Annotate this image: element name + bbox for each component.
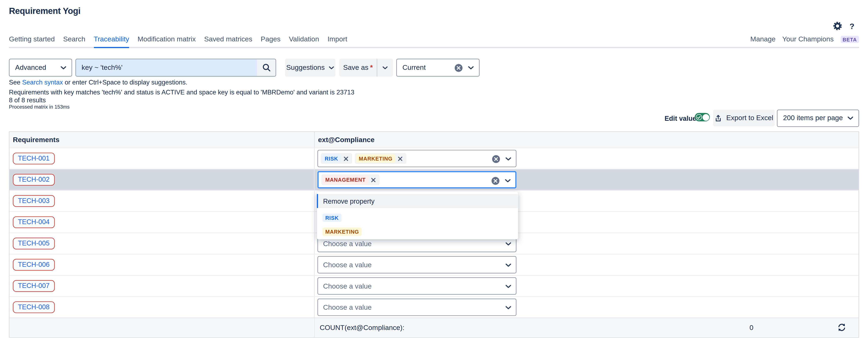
items-per-page-select[interactable]: 200 items per page bbox=[777, 109, 859, 127]
items-per-page-value: 200 items per page bbox=[777, 114, 847, 122]
remove-tag-icon[interactable] bbox=[344, 156, 348, 161]
count-value: 0 bbox=[750, 324, 753, 331]
save-as-menu-button[interactable] bbox=[377, 59, 393, 77]
chevron-down-icon bbox=[329, 66, 334, 69]
refresh-icon[interactable] bbox=[837, 323, 846, 331]
toggle-knob bbox=[702, 114, 709, 120]
table-row: TECH-007Choose a value bbox=[9, 275, 859, 296]
chevron-down-icon bbox=[60, 66, 67, 69]
saved-search-select[interactable]: Current bbox=[396, 59, 479, 77]
syntax-hint-suffix: or enter Ctrl+Space to display suggestio… bbox=[63, 79, 187, 86]
count-label: COUNT(ext@Compliance): bbox=[320, 324, 404, 331]
requirement-key-badge[interactable]: TECH-002 bbox=[13, 174, 55, 185]
chevron-down-icon[interactable] bbox=[505, 306, 512, 310]
chevron-down-icon[interactable] bbox=[505, 263, 512, 267]
save-as-button[interactable]: Save as * bbox=[339, 59, 377, 77]
menu-item-option[interactable]: RISK bbox=[317, 208, 518, 222]
query-description: Requirements with key matches 'tech%' an… bbox=[9, 89, 354, 95]
select-placeholder: Choose a value bbox=[321, 261, 371, 269]
select-placeholder: Choose a value bbox=[321, 240, 371, 248]
save-as-split-button: Save as * bbox=[339, 59, 393, 77]
requirement-cell: TECH-001 bbox=[9, 148, 314, 169]
chevron-down-icon[interactable] bbox=[505, 242, 512, 246]
requirement-key-badge[interactable]: TECH-007 bbox=[13, 280, 55, 292]
help-icon[interactable]: ? bbox=[849, 22, 854, 30]
requirement-cell: TECH-008 bbox=[9, 297, 314, 318]
manage-link[interactable]: Manage bbox=[750, 35, 776, 43]
requirement-cell: TECH-002 bbox=[9, 169, 314, 190]
compliance-cell: Choose a value bbox=[314, 276, 859, 296]
edit-values-toggle[interactable] bbox=[695, 113, 710, 121]
clear-saved-search-icon[interactable] bbox=[455, 63, 463, 72]
value-tag: RISK bbox=[321, 153, 352, 164]
tag-label: MANAGEMENT bbox=[322, 176, 368, 184]
syntax-hint: See Search syntax or enter Ctrl+Space to… bbox=[9, 79, 187, 86]
table-footer-row: COUNT(ext@Compliance): 0 bbox=[9, 318, 859, 337]
check-icon bbox=[696, 114, 702, 120]
traceability-matrix-table: Requirements ext@Compliance TECH-001RISK… bbox=[9, 131, 859, 338]
your-champions-link[interactable]: Your Champions bbox=[782, 35, 834, 43]
required-asterisk: * bbox=[370, 64, 373, 72]
export-to-excel-button[interactable]: Export to Excel bbox=[713, 110, 775, 126]
remove-tag-icon[interactable] bbox=[398, 156, 403, 161]
column-header-requirements: Requirements bbox=[9, 132, 314, 148]
remove-tag-icon[interactable] bbox=[371, 177, 376, 182]
tab-search[interactable]: Search bbox=[63, 35, 85, 47]
menu-item-option[interactable]: MARKETING bbox=[317, 222, 518, 236]
compliance-cell: RISKMARKETING bbox=[314, 148, 859, 169]
search-mode-value: Advanced bbox=[9, 64, 60, 72]
syntax-hint-prefix: See bbox=[9, 79, 22, 86]
beta-badge: BETA bbox=[840, 35, 859, 43]
tag-label: RISK bbox=[322, 213, 341, 222]
export-icon bbox=[715, 114, 722, 122]
edit-values-label: Edit values bbox=[664, 115, 700, 122]
save-as-label: Save as bbox=[343, 64, 368, 72]
compliance-value-select[interactable]: Choose a value bbox=[317, 278, 517, 295]
results-count: 8 of 8 results bbox=[9, 96, 46, 103]
requirement-key-badge[interactable]: TECH-001 bbox=[13, 153, 55, 165]
table-row: TECH-001RISKMARKETING bbox=[9, 148, 859, 169]
chevron-down-icon[interactable] bbox=[505, 285, 512, 289]
compliance-value-select[interactable]: Choose a value bbox=[317, 256, 517, 273]
suggestions-label: Suggestions bbox=[286, 64, 325, 72]
suggestions-button[interactable]: Suggestions bbox=[285, 59, 335, 77]
compliance-value-select[interactable]: Choose a value bbox=[317, 298, 517, 316]
requirement-key-badge[interactable]: TECH-004 bbox=[13, 216, 55, 228]
tab-traceability[interactable]: Traceability bbox=[94, 35, 129, 48]
clear-values-icon[interactable] bbox=[491, 177, 500, 185]
chevron-down-icon[interactable] bbox=[505, 157, 512, 161]
column-divider bbox=[314, 318, 315, 337]
tab-getting-started[interactable]: Getting started bbox=[9, 35, 55, 47]
search-mode-select[interactable]: Advanced bbox=[9, 59, 72, 77]
requirement-key-badge[interactable]: TECH-008 bbox=[13, 301, 55, 313]
tab-pages[interactable]: Pages bbox=[261, 35, 281, 47]
tag-label: MARKETING bbox=[322, 228, 362, 236]
clear-values-icon[interactable] bbox=[492, 155, 500, 163]
tab-modification-matrix[interactable]: Modification matrix bbox=[137, 35, 196, 47]
page-title: Requirement Yogi bbox=[9, 6, 81, 17]
chevron-down-icon[interactable] bbox=[505, 179, 511, 183]
search-field-group bbox=[75, 59, 276, 77]
tab-import[interactable]: Import bbox=[328, 35, 347, 47]
requirement-cell: TECH-006 bbox=[9, 254, 314, 275]
tag-label: RISK bbox=[322, 154, 341, 163]
compliance-cell: Choose a value bbox=[314, 297, 859, 318]
table-row: TECH-008Choose a value bbox=[9, 296, 859, 318]
search-input[interactable] bbox=[76, 59, 257, 76]
select-placeholder: Choose a value bbox=[321, 303, 371, 311]
gear-icon[interactable] bbox=[833, 21, 842, 31]
search-button[interactable] bbox=[257, 59, 276, 76]
requirement-key-badge[interactable]: TECH-006 bbox=[13, 259, 55, 271]
requirement-key-badge[interactable]: TECH-003 bbox=[13, 195, 55, 207]
search-syntax-link[interactable]: Search syntax bbox=[22, 79, 63, 86]
compliance-value-select[interactable]: RISKMARKETING bbox=[317, 150, 517, 167]
chevron-down-icon bbox=[847, 116, 854, 120]
chevron-down-icon bbox=[468, 66, 474, 69]
export-label: Export to Excel bbox=[726, 114, 773, 122]
tab-validation[interactable]: Validation bbox=[289, 35, 319, 47]
compliance-value-select[interactable]: MANAGEMENT bbox=[317, 171, 517, 188]
header-icons: ? bbox=[833, 21, 854, 31]
menu-item-remove-property[interactable]: Remove property bbox=[317, 194, 518, 208]
tab-saved-matrices[interactable]: Saved matrices bbox=[204, 35, 252, 47]
requirement-key-badge[interactable]: TECH-005 bbox=[13, 238, 55, 250]
